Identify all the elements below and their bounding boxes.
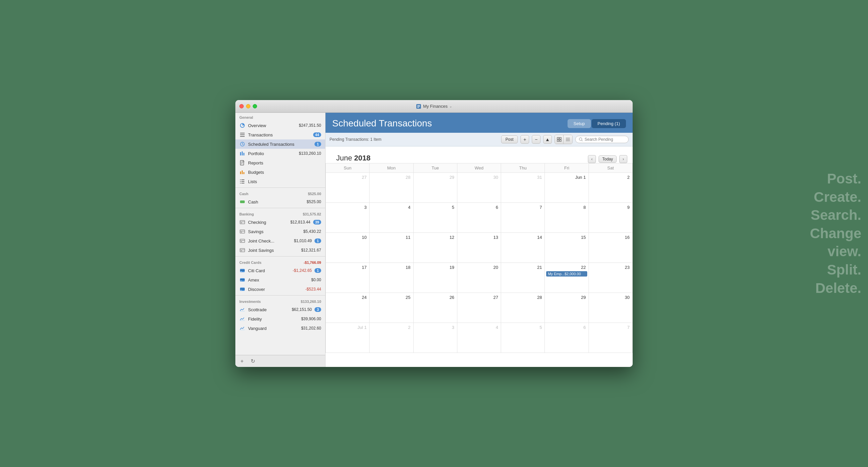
calendar-cell[interactable]: 17 [326, 263, 370, 293]
search-input[interactable] [585, 137, 625, 142]
next-month-button[interactable]: › [619, 155, 627, 163]
svg-rect-7 [240, 136, 245, 137]
list-icon [239, 132, 245, 138]
svg-rect-27 [241, 183, 244, 184]
sidebar-item-joint-savings[interactable]: Joint Savings $12,321.67 [235, 245, 325, 255]
refresh-button[interactable]: ↻ [249, 357, 257, 365]
calendar-cell[interactable]: 13 [457, 233, 501, 263]
pie-chart-icon [239, 123, 245, 128]
calendar-cell[interactable]: 5 [501, 323, 545, 353]
sidebar-item-lists[interactable]: Lists [235, 177, 325, 186]
sidebar-item-overview[interactable]: Overview $247,351.50 [235, 121, 325, 130]
close-button[interactable] [239, 104, 244, 108]
svg-rect-20 [242, 170, 243, 174]
maximize-button[interactable] [253, 104, 257, 108]
calendar-cell[interactable]: 3 [326, 203, 370, 233]
calendar-cell[interactable]: 6 [457, 203, 501, 233]
prev-month-button[interactable]: ‹ [588, 155, 596, 163]
calendar-cell[interactable]: 2 [589, 173, 633, 203]
svg-rect-12 [242, 152, 243, 156]
calendar-cell[interactable]: 28 [501, 293, 545, 323]
sidebar-item-joint-check[interactable]: Joint Check... $1,010.49 1 [235, 236, 325, 245]
sidebar-item-transactions[interactable]: Transactions 44 [235, 130, 325, 139]
calendar-cell[interactable]: 6 [545, 323, 589, 353]
sidebar-item-cash[interactable]: Cash $525.00 [235, 197, 325, 206]
search-box[interactable] [575, 136, 629, 143]
add-account-button[interactable]: + [238, 357, 246, 365]
calendar-cell[interactable]: 7 [501, 203, 545, 233]
pending-label: Pending Transactions: 1 Item [330, 137, 498, 142]
fidelity-icon [239, 316, 245, 322]
grid-view-button[interactable] [555, 135, 563, 144]
calendar-cell[interactable]: 8 [545, 203, 589, 233]
tab-pending[interactable]: Pending (1) [592, 119, 626, 128]
calendar-cell[interactable]: 9 [589, 203, 633, 233]
calendar-cell[interactable]: 10 [326, 233, 370, 263]
sidebar-item-scottrade[interactable]: Scottrade $62,151.50 3 [235, 305, 325, 314]
calendar-cell[interactable]: 4 [457, 323, 501, 353]
savings-icon [239, 229, 245, 234]
calendar-cell[interactable]: 20 [457, 263, 501, 293]
calendar-cell[interactable]: 21 [501, 263, 545, 293]
calendar-cell[interactable]: 26 [414, 293, 457, 323]
remove-transaction-button[interactable]: − [532, 135, 540, 144]
calendar-cell[interactable]: 4 [370, 203, 413, 233]
calendar-cell[interactable]: Jun 1 [545, 173, 589, 203]
calendar-cell[interactable]: 22 My Emp...$2,000.00 [545, 263, 589, 293]
sidebar-item-scheduled[interactable]: Scheduled Transactions 1 [235, 139, 325, 149]
calendar-cell[interactable]: 29 [545, 293, 589, 323]
calendar-cell[interactable]: 12 [414, 233, 457, 263]
calendar-cell[interactable]: 24 [326, 293, 370, 323]
svg-rect-28 [240, 200, 245, 203]
post-button[interactable]: Post [501, 135, 518, 143]
sidebar-item-discover[interactable]: Discover -$523.44 [235, 285, 325, 294]
svg-rect-56 [560, 140, 561, 141]
calendar-cell[interactable]: 30 [457, 173, 501, 203]
sidebar-item-reports[interactable]: Reports [235, 158, 325, 167]
svg-rect-23 [241, 179, 244, 180]
svg-rect-21 [243, 172, 244, 174]
sidebar-item-vanguard[interactable]: Vanguard $31,202.60 [235, 324, 325, 333]
calendar-cell[interactable]: 29 [414, 173, 457, 203]
sidebar-bottom: + ↻ [235, 355, 326, 367]
calendar-cell[interactable]: 27 [457, 293, 501, 323]
calendar-cell[interactable]: 15 [545, 233, 589, 263]
calendar-cell[interactable]: 7 [589, 323, 633, 353]
sidebar-item-budgets[interactable]: Budgets [235, 167, 325, 177]
day-header-sat: Sat [589, 163, 633, 173]
calendar-cell[interactable]: 23 [589, 263, 633, 293]
calendar-cell[interactable]: 25 [370, 293, 413, 323]
calendar-cell[interactable]: 27 [326, 173, 370, 203]
day-header-wed: Wed [457, 163, 501, 173]
list-view-button[interactable] [563, 135, 572, 144]
today-button[interactable]: Today [598, 156, 617, 163]
calendar-cell[interactable]: Jul 1 [326, 323, 370, 353]
sidebar-item-savings[interactable]: Savings $5,430.22 [235, 227, 325, 236]
vanguard-icon [239, 325, 245, 331]
svg-rect-35 [240, 239, 245, 242]
move-up-button[interactable]: ▲ [543, 135, 552, 144]
calendar-cell[interactable]: 3 [414, 323, 457, 353]
sidebar-item-checking[interactable]: Checking $12,813.44 39 [235, 218, 325, 227]
calendar-cell[interactable]: 5 [414, 203, 457, 233]
add-transaction-button[interactable]: + [521, 135, 529, 144]
calendar-cell[interactable]: 14 [501, 233, 545, 263]
calendar-cell[interactable]: 31 [501, 173, 545, 203]
calendar-cell[interactable]: 16 [589, 233, 633, 263]
svg-rect-55 [557, 140, 559, 141]
main-panel: Scheduled Transactions Setup Pending (1)… [326, 113, 633, 367]
calendar-cell[interactable]: 30 [589, 293, 633, 323]
minimize-button[interactable] [246, 104, 250, 108]
calendar-cell[interactable]: 28 [370, 173, 413, 203]
sidebar-item-citi[interactable]: Citi Card -$1,242.65 1 [235, 266, 325, 275]
calendar-cell[interactable]: 18 [370, 263, 413, 293]
tab-setup[interactable]: Setup [567, 119, 591, 128]
clock-icon [239, 141, 245, 147]
calendar-cell[interactable]: 11 [370, 233, 413, 263]
calendar-cell[interactable]: 2 [370, 323, 413, 353]
calendar-cell[interactable]: 19 [414, 263, 457, 293]
sidebar-item-fidelity[interactable]: Fidelity $39,906.00 [235, 314, 325, 324]
sidebar-item-amex[interactable]: Amex $0.00 [235, 275, 325, 285]
calendar-event[interactable]: My Emp...$2,000.00 [546, 271, 587, 276]
sidebar-item-portfolio[interactable]: Portfolio $133,260.10 [235, 149, 325, 158]
